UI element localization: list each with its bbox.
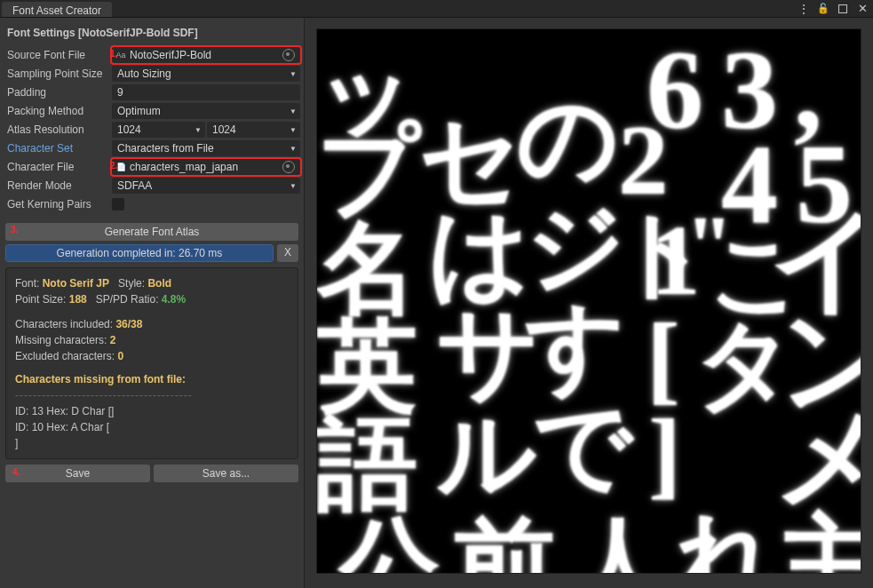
atlas-glyph: 人: [568, 514, 669, 574]
atlas-glyph: 語: [317, 414, 417, 514]
label-sampling: Sampling Point Size: [4, 68, 108, 80]
object-picker-icon[interactable]: [282, 49, 295, 61]
character-file-field[interactable]: 📄 characters_map_japan: [112, 159, 300, 175]
padding-input[interactable]: [112, 84, 300, 100]
label-atlas-res: Atlas Resolution: [4, 123, 108, 136]
atlas-width-dropdown[interactable]: 1024▼: [112, 122, 205, 138]
atlas-glyph: の: [517, 88, 620, 188]
font-atlas: ッ63,プセの2ト45名はジ1"こイ英サす[タン語ルで]メ公前人れ主: [316, 28, 861, 574]
atlas-glyph: ル: [437, 405, 537, 503]
chevron-down-icon: ▼: [290, 70, 297, 78]
charset-dropdown[interactable]: Characters from File▼: [112, 140, 300, 156]
callout-2: 2.: [110, 161, 117, 171]
atlas-glyph: サ: [437, 303, 540, 403]
preview-panel: ッ63,プセの2ト45名はジ1"こイ英サす[タン語ルで]メ公前人れ主: [305, 18, 873, 588]
maximize-icon[interactable]: [836, 2, 850, 16]
atlas-glyph: す: [526, 298, 626, 396]
label-char-file: Character File: [4, 161, 108, 173]
atlas-glyph: れ: [677, 507, 780, 574]
label-char-set[interactable]: Character Set: [4, 142, 108, 155]
chevron-down-icon: ▼: [290, 107, 297, 115]
atlas-glyph: ]: [648, 405, 681, 503]
generation-info: Font: Noto Serif JP Style: Bold Point Si…: [5, 267, 298, 459]
chevron-down-icon: ▼: [290, 145, 297, 153]
callout-4: 4.: [12, 467, 20, 477]
source-font-value: NotoSerifJP-Bold: [130, 49, 211, 61]
atlas-glyph: 英: [317, 316, 417, 417]
atlas-glyph: 主: [779, 512, 861, 574]
label-render-mode: Render Mode: [4, 179, 108, 192]
lock-icon[interactable]: 🔓: [816, 2, 830, 16]
generate-button[interactable]: 3. Generate Font Atlas: [5, 223, 298, 241]
char-file-value: characters_map_japan: [130, 161, 238, 173]
atlas-glyph: で: [533, 398, 633, 496]
close-icon[interactable]: ✕: [855, 2, 869, 16]
packing-dropdown[interactable]: Optimum▼: [112, 103, 300, 119]
rendermode-dropdown[interactable]: SDFAA▼: [112, 178, 300, 194]
atlas-glyph: ジ: [526, 198, 626, 296]
source-font-field[interactable]: Aa NotoSerifJP-Bold: [112, 47, 300, 63]
callout-3: 3.: [11, 225, 18, 234]
label-packing: Packing Method: [4, 105, 108, 117]
save-button[interactable]: 4. Save: [5, 465, 150, 482]
atlas-glyph: 前: [455, 514, 555, 574]
save-as-button[interactable]: Save as...: [154, 465, 298, 482]
label-source-font: Source Font File: [4, 49, 108, 61]
atlas-glyph: 名: [317, 219, 417, 319]
atlas-height-dropdown[interactable]: 1024▼: [207, 122, 300, 138]
callout-1: 1.: [110, 49, 117, 59]
atlas-glyph: [: [647, 307, 680, 408]
label-padding: Padding: [4, 86, 108, 99]
sampling-dropdown[interactable]: Auto Sizing▼: [112, 66, 300, 82]
title-bar: Font Asset Creator ⋮ 🔓 ✕: [0, 0, 873, 18]
panel-heading: Font Settings [NotoSerifJP-Bold SDF]: [4, 21, 300, 46]
object-picker-icon[interactable]: [282, 161, 295, 173]
cancel-button[interactable]: X: [277, 244, 298, 262]
window-tab[interactable]: Font Asset Creator: [2, 2, 112, 17]
kerning-checkbox[interactable]: [112, 198, 124, 211]
atlas-glyph: 公: [339, 514, 440, 574]
atlas-glyph: は: [428, 203, 531, 304]
atlas-glyph: プ: [317, 121, 420, 221]
settings-panel: Font Settings [NotoSerifJP-Bold SDF] Sou…: [0, 18, 305, 588]
atlas-glyph: メ: [774, 401, 861, 514]
chevron-down-icon: ▼: [290, 126, 297, 134]
menu-icon[interactable]: ⋮: [797, 2, 811, 16]
chevron-down-icon: ▼: [194, 126, 202, 134]
label-kerning: Get Kerning Pairs: [4, 198, 108, 211]
atlas-glyph: セ: [419, 109, 522, 210]
progress-bar: Generation completed in: 26.70 ms: [5, 244, 274, 262]
chevron-down-icon: ▼: [290, 182, 297, 190]
